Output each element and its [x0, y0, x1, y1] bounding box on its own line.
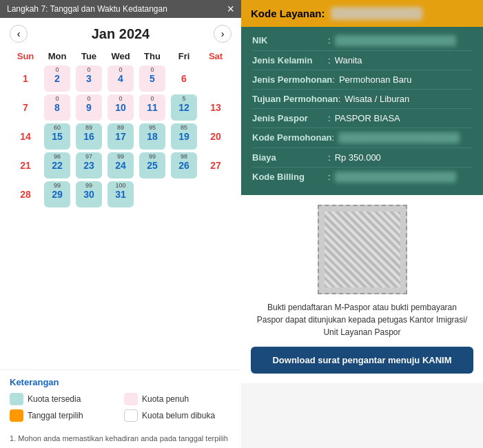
day-30[interactable]: 99 30 [76, 181, 102, 207]
table-row: 21 96 22 97 23 [10, 151, 232, 180]
divider [252, 108, 472, 109]
weekday-thu: Thu [136, 48, 168, 64]
day-5[interactable]: 0 5 [139, 65, 165, 92]
weekday-fri: Fri [168, 48, 200, 64]
calendar-grid: Sun Mon Tue Wed Thu Fri Sat 1 [10, 48, 232, 209]
table-cell: 20 [200, 122, 232, 151]
table-cell: 98 26 [168, 151, 200, 180]
info-row-nik: NIK : XXXXXXXXXXXXXXX [252, 35, 472, 46]
table-cell: 95 18 [136, 122, 168, 151]
table-cell: 6 [168, 64, 200, 93]
label-biaya: Biaya [252, 152, 328, 163]
weekday-wed: Wed [105, 48, 136, 64]
table-cell [168, 180, 200, 209]
day-20: 20 [203, 123, 229, 150]
label-paspor: Jenis Paspor [252, 113, 328, 123]
day-23[interactable]: 97 23 [76, 152, 102, 179]
label-tujuan: Tujuan Permohonan [252, 94, 338, 104]
table-cell: 0 8 [41, 93, 73, 122]
day-9[interactable]: 0 9 [76, 94, 102, 121]
info-row-kode-perm: Kode Permohonan : XXXXXXXXXXXXXXX [252, 132, 472, 143]
close-button[interactable]: × [227, 3, 234, 15]
divider [252, 167, 472, 167]
day-16[interactable]: 89 16 [76, 123, 102, 150]
legend-box-orange [10, 409, 23, 422]
step-title: Langkah 7: Tanggal dan Waktu Kedatangan [7, 4, 167, 14]
calendar-note: 1. Mohon anda memastikan kehadiran anda … [0, 434, 241, 448]
weekday-sun: Sun [10, 48, 41, 64]
info-card: NIK : XXXXXXXXXXXXXXX Jenis Kelamin : Wa… [241, 27, 483, 195]
kode-label: Kode Layanan: [251, 8, 325, 19]
divider [252, 70, 472, 70]
table-cell: 0 10 [105, 93, 136, 122]
table-row: 14 60 15 89 16 [10, 122, 232, 151]
download-button[interactable]: Download surat pengantar menuju KANIM [251, 347, 473, 374]
day-10[interactable]: 0 10 [107, 94, 134, 121]
table-cell: 21 [10, 151, 41, 180]
day-3[interactable]: 0 3 [76, 65, 102, 92]
table-cell: 27 [200, 151, 232, 180]
table-cell [136, 180, 168, 209]
prev-month-button[interactable]: ‹ [10, 25, 28, 43]
calendar-panel: Langkah 7: Tanggal dan Waktu Kedatangan … [0, 0, 241, 448]
table-cell: 97 23 [73, 151, 105, 180]
table-cell: 99 30 [73, 180, 105, 209]
label-permohonan: Jenis Permohonan [252, 74, 332, 85]
legend-label-selected: Tanggal terpilih [28, 411, 83, 420]
day-25[interactable]: 99 25 [139, 152, 165, 179]
value-nik: XXXXXXXXXXXXXXX [335, 35, 456, 46]
legend-grid: Kuota tersedia Kuota penuh Tanggal terpi… [10, 393, 232, 422]
value-billing: XXXXXXXXXXXXXXX [335, 172, 456, 183]
day-2[interactable]: 0 2 [44, 65, 70, 92]
kode-bar: Kode Layanan: XXXX-XXXX [241, 0, 483, 27]
day-19[interactable]: 85 19 [171, 123, 197, 150]
info-row-tujuan: Tujuan Permohonan : Wisata / Liburan [252, 94, 472, 104]
table-cell [200, 180, 232, 209]
day-27: 27 [203, 152, 229, 179]
day-24[interactable]: 99 24 [107, 152, 134, 179]
divider [252, 89, 472, 90]
legend-title: Keterangan [10, 377, 232, 387]
info-row-billing: Kode Billing : XXXXXXXXXXXXXXX [252, 172, 472, 183]
day-17[interactable]: 89 17 [107, 123, 134, 150]
day-4[interactable]: 0 4 [107, 65, 134, 92]
label-billing: Kode Billing [252, 172, 328, 183]
legend-item-selected: Tanggal terpilih [10, 409, 117, 422]
table-cell: 85 19 [168, 122, 200, 151]
day-22[interactable]: 96 22 [44, 152, 70, 179]
legend-item-closed: Kuota belum dibuka [124, 409, 232, 422]
day-31[interactable]: 100 31 [107, 181, 134, 207]
table-cell: 14 [10, 122, 41, 151]
legend-box-white [124, 409, 138, 422]
legend-box-pink [124, 393, 138, 405]
info-row-paspor: Jenis Paspor : PASPOR BIASA [252, 113, 472, 123]
value-permohonan: Permohonan Baru [339, 74, 412, 85]
next-month-button[interactable]: › [214, 25, 232, 43]
day-18[interactable]: 95 18 [139, 123, 165, 150]
day-26[interactable]: 98 26 [171, 152, 197, 179]
legend-label-full: Kuota penuh [142, 394, 189, 404]
legend-item-full: Kuota penuh [124, 393, 232, 405]
qr-section: Bukti pendaftaran M-Paspor atau bukti pe… [241, 195, 483, 383]
table-cell: 60 15 [41, 122, 73, 151]
day-12[interactable]: 5 12 [171, 94, 197, 121]
qr-code-image [318, 205, 407, 294]
table-cell: 89 17 [105, 122, 136, 151]
day-28: 28 [12, 181, 39, 207]
legend-item-available: Kuota tersedia [10, 393, 117, 405]
day-14: 14 [12, 123, 39, 150]
table-cell: 1 [10, 64, 41, 93]
value-kelamin: Wanita [335, 55, 362, 65]
table-row: 28 99 29 99 30 [10, 180, 232, 209]
qr-note-text: Bukti pendaftaran M-Paspor atau bukti pe… [251, 301, 473, 338]
day-11[interactable]: 0 11 [139, 94, 165, 121]
day-15[interactable]: 60 15 [44, 123, 70, 150]
value-paspor: PASPOR BIASA [335, 113, 400, 123]
day-8[interactable]: 0 8 [44, 94, 70, 121]
legend-box-green [10, 393, 23, 405]
legend-section: Keterangan Kuota tersedia Kuota penuh Ta… [0, 369, 241, 429]
day-1: 1 [12, 65, 39, 92]
day-29[interactable]: 99 29 [44, 181, 70, 207]
table-cell: 0 9 [73, 93, 105, 122]
table-cell: 99 24 [105, 151, 136, 180]
